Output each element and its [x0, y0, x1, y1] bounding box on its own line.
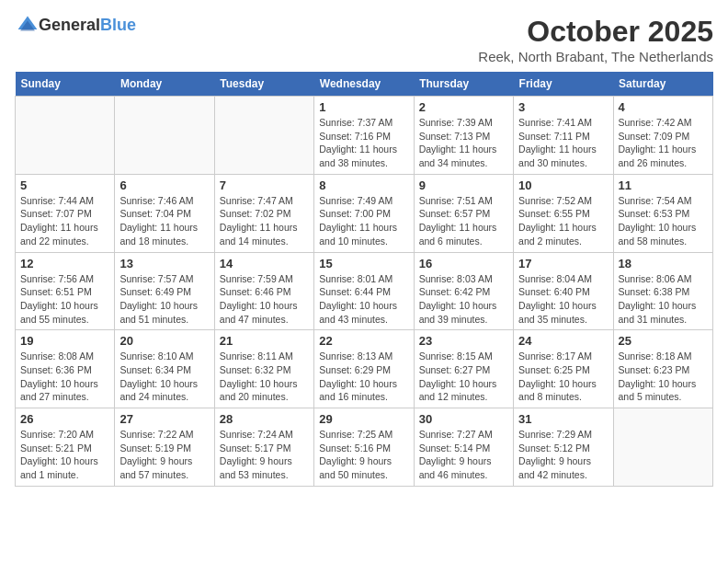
day-detail: Sunrise: 7:54 AMSunset: 6:53 PMDaylight:… — [619, 194, 708, 248]
day-detail: Sunrise: 7:49 AMSunset: 7:00 PMDaylight:… — [319, 194, 408, 248]
day-detail: Sunrise: 7:41 AMSunset: 7:11 PMDaylight:… — [518, 116, 608, 170]
weekday-header-monday: Monday — [115, 72, 214, 97]
day-number: 18 — [619, 257, 708, 270]
day-detail: Sunrise: 7:51 AMSunset: 6:57 PMDaylight:… — [419, 194, 508, 248]
calendar-cell: 19Sunrise: 8:08 AMSunset: 6:36 PMDayligh… — [16, 330, 115, 408]
day-number: 10 — [518, 178, 608, 192]
calendar-cell: 13Sunrise: 7:57 AMSunset: 6:49 PMDayligh… — [115, 252, 214, 330]
day-number: 15 — [319, 257, 408, 270]
page-header: GeneralBlue October 2025 Reek, North Bra… — [15, 15, 713, 64]
calendar-cell: 6Sunrise: 7:46 AMSunset: 7:04 PMDaylight… — [115, 174, 214, 252]
location: Reek, North Brabant, The Netherlands — [478, 49, 713, 64]
day-number: 8 — [319, 178, 408, 192]
calendar-cell — [214, 97, 313, 175]
day-number: 30 — [419, 412, 508, 426]
day-detail: Sunrise: 7:46 AMSunset: 7:04 PMDaylight:… — [119, 194, 209, 248]
calendar-cell: 28Sunrise: 7:24 AMSunset: 5:17 PMDayligh… — [214, 408, 313, 487]
calendar-cell: 1Sunrise: 7:37 AMSunset: 7:16 PMDaylight… — [314, 97, 414, 175]
weekday-header-thursday: Thursday — [414, 72, 513, 97]
calendar-cell: 4Sunrise: 7:42 AMSunset: 7:09 PMDaylight… — [613, 97, 712, 175]
week-row-3: 12Sunrise: 7:56 AMSunset: 6:51 PMDayligh… — [16, 252, 713, 330]
day-detail: Sunrise: 7:52 AMSunset: 6:55 PMDaylight:… — [518, 194, 608, 248]
day-detail: Sunrise: 7:29 AMSunset: 5:12 PMDaylight:… — [518, 428, 608, 482]
day-detail: Sunrise: 8:17 AMSunset: 6:25 PMDaylight:… — [518, 350, 608, 404]
calendar-cell: 2Sunrise: 7:39 AMSunset: 7:13 PMDaylight… — [414, 97, 513, 175]
calendar-cell: 10Sunrise: 7:52 AMSunset: 6:55 PMDayligh… — [514, 174, 613, 252]
day-detail: Sunrise: 8:01 AMSunset: 6:44 PMDaylight:… — [319, 272, 408, 327]
day-detail: Sunrise: 7:42 AMSunset: 7:09 PMDaylight:… — [619, 116, 708, 170]
day-number: 2 — [419, 100, 508, 114]
week-row-1: 1Sunrise: 7:37 AMSunset: 7:16 PMDaylight… — [16, 97, 713, 175]
calendar-cell: 26Sunrise: 7:20 AMSunset: 5:21 PMDayligh… — [16, 408, 115, 487]
day-detail: Sunrise: 7:59 AMSunset: 6:46 PMDaylight:… — [220, 272, 309, 327]
calendar-cell: 11Sunrise: 7:54 AMSunset: 6:53 PMDayligh… — [613, 174, 712, 252]
day-number: 1 — [319, 100, 408, 114]
day-number: 4 — [619, 100, 708, 114]
month-title: October 2025 — [478, 15, 713, 49]
day-number: 31 — [518, 412, 608, 426]
calendar-cell: 5Sunrise: 7:44 AMSunset: 7:07 PMDaylight… — [16, 174, 115, 252]
day-number: 25 — [619, 334, 708, 348]
calendar-cell: 29Sunrise: 7:25 AMSunset: 5:16 PMDayligh… — [314, 408, 414, 487]
day-detail: Sunrise: 8:11 AMSunset: 6:32 PMDaylight:… — [220, 350, 309, 404]
day-detail: Sunrise: 7:25 AMSunset: 5:16 PMDaylight:… — [319, 428, 408, 482]
calendar-cell: 18Sunrise: 8:06 AMSunset: 6:38 PMDayligh… — [613, 252, 712, 330]
weekday-header-sunday: Sunday — [16, 72, 115, 97]
calendar-cell: 7Sunrise: 7:47 AMSunset: 7:02 PMDaylight… — [214, 174, 313, 252]
logo-icon — [17, 15, 39, 37]
day-number: 11 — [619, 178, 708, 192]
day-detail: Sunrise: 7:27 AMSunset: 5:14 PMDaylight:… — [419, 428, 508, 482]
weekday-header-saturday: Saturday — [613, 72, 712, 97]
day-number: 28 — [220, 412, 309, 426]
day-detail: Sunrise: 8:03 AMSunset: 6:42 PMDaylight:… — [419, 272, 508, 327]
weekday-header-wednesday: Wednesday — [314, 72, 414, 97]
day-number: 22 — [319, 334, 408, 348]
day-detail: Sunrise: 8:15 AMSunset: 6:27 PMDaylight:… — [419, 350, 508, 404]
day-detail: Sunrise: 7:20 AMSunset: 5:21 PMDaylight:… — [20, 428, 109, 482]
calendar-cell: 20Sunrise: 8:10 AMSunset: 6:34 PMDayligh… — [115, 330, 214, 408]
day-number: 21 — [220, 334, 309, 348]
logo-general: GeneralBlue — [39, 16, 136, 36]
calendar-cell — [115, 97, 214, 175]
day-number: 16 — [419, 257, 508, 270]
day-number: 23 — [419, 334, 508, 348]
day-detail: Sunrise: 7:57 AMSunset: 6:49 PMDaylight:… — [119, 272, 209, 327]
day-number: 17 — [518, 257, 608, 270]
day-number: 13 — [119, 257, 209, 270]
day-detail: Sunrise: 8:06 AMSunset: 6:38 PMDaylight:… — [619, 272, 708, 327]
day-number: 19 — [20, 334, 109, 348]
calendar-cell: 30Sunrise: 7:27 AMSunset: 5:14 PMDayligh… — [414, 408, 513, 487]
day-number: 24 — [518, 334, 608, 348]
day-number: 6 — [119, 178, 209, 192]
day-detail: Sunrise: 8:04 AMSunset: 6:40 PMDaylight:… — [518, 272, 608, 327]
logo-text: GeneralBlue — [39, 16, 136, 36]
calendar-cell: 21Sunrise: 8:11 AMSunset: 6:32 PMDayligh… — [214, 330, 313, 408]
calendar-cell: 23Sunrise: 8:15 AMSunset: 6:27 PMDayligh… — [414, 330, 513, 408]
calendar-cell: 27Sunrise: 7:22 AMSunset: 5:19 PMDayligh… — [115, 408, 214, 487]
day-number: 26 — [20, 412, 109, 426]
day-detail: Sunrise: 8:13 AMSunset: 6:29 PMDaylight:… — [319, 350, 408, 404]
calendar-cell: 16Sunrise: 8:03 AMSunset: 6:42 PMDayligh… — [414, 252, 513, 330]
calendar-cell: 31Sunrise: 7:29 AMSunset: 5:12 PMDayligh… — [514, 408, 613, 487]
day-number: 7 — [220, 178, 309, 192]
calendar-cell: 3Sunrise: 7:41 AMSunset: 7:11 PMDaylight… — [514, 97, 613, 175]
calendar-cell: 12Sunrise: 7:56 AMSunset: 6:51 PMDayligh… — [16, 252, 115, 330]
calendar-cell: 24Sunrise: 8:17 AMSunset: 6:25 PMDayligh… — [514, 330, 613, 408]
logo: GeneralBlue — [15, 15, 136, 37]
title-block: October 2025 Reek, North Brabant, The Ne… — [478, 15, 713, 64]
calendar-cell: 9Sunrise: 7:51 AMSunset: 6:57 PMDaylight… — [414, 174, 513, 252]
calendar-cell: 14Sunrise: 7:59 AMSunset: 6:46 PMDayligh… — [214, 252, 313, 330]
week-row-4: 19Sunrise: 8:08 AMSunset: 6:36 PMDayligh… — [16, 330, 713, 408]
weekday-header-tuesday: Tuesday — [214, 72, 313, 97]
day-number: 20 — [119, 334, 209, 348]
day-number: 9 — [419, 178, 508, 192]
weekday-header-friday: Friday — [514, 72, 613, 97]
calendar-cell: 25Sunrise: 8:18 AMSunset: 6:23 PMDayligh… — [613, 330, 712, 408]
day-number: 5 — [20, 178, 109, 192]
day-number: 3 — [518, 100, 608, 114]
calendar-cell: 15Sunrise: 8:01 AMSunset: 6:44 PMDayligh… — [314, 252, 414, 330]
calendar-cell — [613, 408, 712, 487]
week-row-5: 26Sunrise: 7:20 AMSunset: 5:21 PMDayligh… — [16, 408, 713, 487]
day-number: 27 — [119, 412, 209, 426]
day-detail: Sunrise: 7:37 AMSunset: 7:16 PMDaylight:… — [319, 116, 408, 170]
